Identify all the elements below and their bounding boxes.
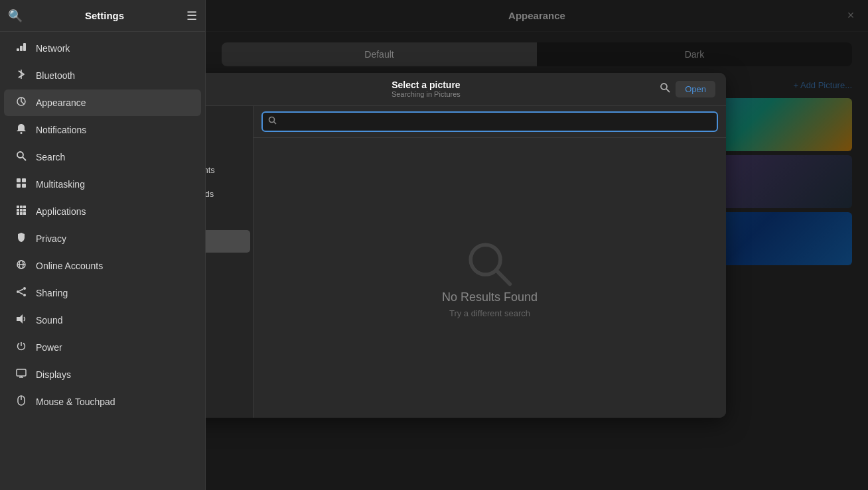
sidebar-item-notifications[interactable]: Notifications <box>4 117 201 143</box>
sidebar-label-applications: Applications <box>36 206 86 217</box>
svg-rect-17 <box>23 209 26 212</box>
fp-subtitle: Searching in Pictures <box>392 90 461 98</box>
no-results-title: No Results Found <box>442 290 538 304</box>
sidebar: 🔍 Settings ☰ Network Bluetooth <box>0 0 206 490</box>
fp-search-area <box>253 106 726 138</box>
sidebar-item-privacy[interactable]: Privacy <box>4 225 201 252</box>
fp-nav-music[interactable]: Music <box>206 206 250 229</box>
bluetooth-icon <box>15 69 28 82</box>
sidebar-label-network: Network <box>36 43 70 54</box>
svg-rect-20 <box>23 212 26 215</box>
sharing-icon <box>15 286 28 300</box>
fp-nav-downloads[interactable]: Downloads <box>206 182 250 206</box>
fp-header-actions: Open <box>660 81 715 97</box>
svg-point-5 <box>21 132 23 134</box>
applications-icon <box>15 205 28 218</box>
sidebar-search-icon[interactable]: 🔍 <box>8 9 23 23</box>
sidebar-label-mouse: Mouse & Touchpad <box>36 397 115 407</box>
sidebar-item-appearance[interactable]: Appearance <box>4 90 201 116</box>
privacy-icon <box>15 232 28 245</box>
fp-nav-pictures[interactable]: Pictures <box>206 230 250 253</box>
svg-line-7 <box>23 157 26 160</box>
main-content: Appearance × Default Dark Background + A… <box>206 0 868 490</box>
fp-content-area: No Results Found Try a different search <box>253 106 726 418</box>
sidebar-item-online-accounts[interactable]: Online Accounts <box>4 253 201 279</box>
fp-nav-home[interactable]: Home <box>206 135 250 158</box>
sidebar-item-applications[interactable]: Applications <box>4 198 201 225</box>
fp-nav-label-downloads: Downloads <box>206 189 214 199</box>
svg-line-36 <box>666 89 670 92</box>
fp-search-icon <box>268 116 277 127</box>
sidebar-label-power: Power <box>36 342 62 353</box>
file-picker-overlay: Cancel Select a picture Searching in Pic… <box>206 0 868 490</box>
fp-nav: Recent Home <box>206 106 253 418</box>
mouse-icon <box>15 395 28 408</box>
sidebar-item-mouse-touchpad[interactable]: Mouse & Touchpad <box>4 389 201 415</box>
network-icon <box>15 42 28 55</box>
fp-open-button[interactable]: Open <box>676 81 715 97</box>
settings-window: 🔍 Settings ☰ Network Bluetooth <box>0 0 868 490</box>
svg-rect-10 <box>17 184 21 188</box>
sidebar-item-power[interactable]: Power <box>4 334 201 361</box>
svg-marker-29 <box>17 314 23 324</box>
fp-search-input[interactable] <box>261 111 718 132</box>
sidebar-header: 🔍 Settings ☰ <box>0 0 205 32</box>
sound-icon <box>15 314 28 327</box>
no-results-icon <box>463 237 516 290</box>
multitasking-icon <box>15 178 28 191</box>
appearance-icon <box>15 96 28 109</box>
sidebar-label-sound: Sound <box>36 315 62 326</box>
fp-nav-recent[interactable]: Recent <box>206 111 250 134</box>
sidebar-label-multitasking: Multitasking <box>36 179 85 190</box>
fp-title-area: Select a picture Searching in Pictures <box>392 80 461 98</box>
fp-search-wrapper <box>261 111 718 132</box>
svg-rect-30 <box>17 369 26 376</box>
no-results-subtitle: Try a different search <box>449 308 530 318</box>
search-icon <box>15 151 28 164</box>
svg-rect-0 <box>17 48 19 51</box>
sidebar-label-displays: Displays <box>36 369 71 380</box>
svg-point-6 <box>17 152 23 158</box>
svg-rect-9 <box>22 178 26 182</box>
svg-line-54 <box>496 270 510 284</box>
fp-nav-label-documents: Documents <box>206 165 215 175</box>
svg-rect-15 <box>17 209 19 212</box>
sidebar-label-bluetooth: Bluetooth <box>36 70 75 81</box>
svg-rect-2 <box>23 43 26 51</box>
sidebar-item-sound[interactable]: Sound <box>4 307 201 334</box>
svg-rect-18 <box>17 212 19 215</box>
svg-rect-8 <box>17 178 21 182</box>
svg-rect-16 <box>20 209 23 212</box>
sidebar-item-sharing[interactable]: Sharing <box>4 280 201 306</box>
fp-nav-videos[interactable]: Videos <box>206 253 250 276</box>
svg-rect-19 <box>20 212 23 215</box>
svg-rect-11 <box>22 184 26 188</box>
sidebar-item-search[interactable]: Search <box>4 144 201 170</box>
svg-line-28 <box>19 292 23 294</box>
sidebar-label-notifications: Notifications <box>36 125 86 135</box>
fp-nav-documents[interactable]: Documents <box>206 158 250 182</box>
svg-point-25 <box>17 290 19 293</box>
sidebar-item-multitasking[interactable]: Multitasking <box>4 171 201 198</box>
power-icon <box>15 341 28 354</box>
sidebar-label-online-accounts: Online Accounts <box>36 261 103 271</box>
svg-line-27 <box>19 289 23 291</box>
sidebar-item-bluetooth[interactable]: Bluetooth <box>4 62 201 89</box>
svg-rect-1 <box>20 46 23 51</box>
fp-no-results: No Results Found Try a different search <box>253 138 726 418</box>
online-accounts-icon <box>15 259 28 273</box>
svg-point-26 <box>23 294 26 296</box>
svg-rect-14 <box>23 206 26 208</box>
sidebar-label-search: Search <box>36 152 65 162</box>
sidebar-menu-icon[interactable]: ☰ <box>186 9 197 23</box>
sidebar-label-privacy: Privacy <box>36 233 66 244</box>
notifications-icon <box>15 123 28 137</box>
sidebar-title: Settings <box>85 10 124 21</box>
svg-rect-12 <box>17 206 19 208</box>
sidebar-item-displays[interactable]: Displays <box>4 361 201 388</box>
fp-title: Select a picture <box>392 80 461 90</box>
sidebar-item-network[interactable]: Network <box>4 35 201 62</box>
svg-point-51 <box>269 117 275 123</box>
fp-search-button[interactable] <box>660 82 670 95</box>
svg-line-52 <box>274 122 277 125</box>
